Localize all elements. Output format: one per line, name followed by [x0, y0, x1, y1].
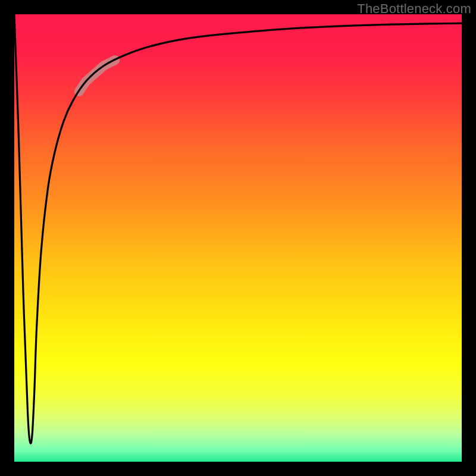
plot-area	[14, 14, 462, 462]
chart-frame: TheBottleneck.com	[0, 0, 476, 476]
bottleneck-curve	[14, 14, 462, 443]
curve-layer	[14, 14, 462, 462]
curve-highlight	[79, 60, 115, 92]
